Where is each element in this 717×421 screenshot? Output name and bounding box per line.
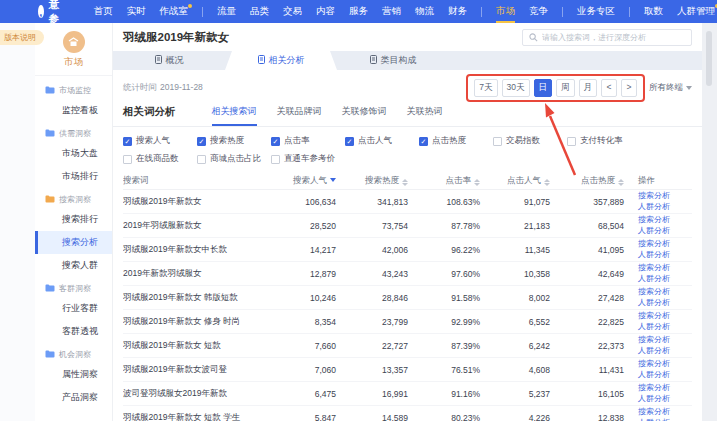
action-link[interactable]: 人群分析 xyxy=(638,394,682,404)
nav-item[interactable]: 作战室 xyxy=(160,0,189,23)
action-link[interactable]: 人群分析 xyxy=(638,274,682,284)
action-link[interactable]: 人群分析 xyxy=(638,202,682,212)
checkbox-checked[interactable]: ✓ xyxy=(345,137,354,146)
action-link[interactable]: 搜索分析 xyxy=(638,359,682,369)
keyword-type-tab[interactable]: 关联热词 xyxy=(407,105,443,126)
action-link[interactable]: 搜索分析 xyxy=(638,239,682,249)
checkbox-unchecked[interactable] xyxy=(123,155,132,164)
tab-item[interactable]: 概况 xyxy=(113,51,225,70)
checkbox-checked[interactable]: ✓ xyxy=(271,137,280,146)
sidebar: 市场 市场监控监控看板供需洞察市场大盘市场排行搜索洞察搜索排行搜索分析搜索人群客… xyxy=(35,23,113,421)
nav-item[interactable]: 市场 xyxy=(496,0,515,23)
nav-item[interactable]: 人群管理 xyxy=(677,0,715,23)
nav-item[interactable]: 竞争 xyxy=(529,0,548,23)
range-button[interactable]: > xyxy=(621,79,637,97)
metric-option[interactable]: 支付转化率 xyxy=(567,135,641,147)
action-link[interactable]: 人群分析 xyxy=(638,298,682,308)
sidebar-item[interactable]: 属性洞察 xyxy=(35,363,112,386)
scrollbar-thumb[interactable] xyxy=(706,31,712,86)
metric-option[interactable]: ✓搜索人气 xyxy=(123,135,197,147)
search-box[interactable] xyxy=(522,29,692,46)
range-button[interactable]: 日 xyxy=(534,79,553,97)
value-cell: 5,847 xyxy=(278,413,336,421)
checkbox-unchecked[interactable] xyxy=(271,155,280,164)
nav-item[interactable]: 营销 xyxy=(382,0,401,23)
sidebar-item[interactable]: 搜索分析 xyxy=(35,231,112,254)
right-gutter xyxy=(702,23,717,421)
sidebar-item[interactable]: 搜索人群 xyxy=(35,254,112,277)
metric-option[interactable]: 交易指数 xyxy=(493,135,567,147)
tab-item[interactable]: 类目构成 xyxy=(337,51,449,70)
checkbox-checked[interactable]: ✓ xyxy=(197,137,206,146)
range-button[interactable]: 周 xyxy=(556,79,575,97)
sidebar-item[interactable]: 客群透视 xyxy=(35,320,112,343)
action-link[interactable]: 搜索分析 xyxy=(638,287,682,297)
nav-item[interactable]: 实时 xyxy=(127,0,146,23)
checkbox-unchecked[interactable] xyxy=(493,137,502,146)
terminal-filter-dropdown[interactable]: 所有终端 xyxy=(649,82,692,94)
nav-item[interactable]: 物流 xyxy=(415,0,434,23)
nav-item[interactable]: 交易 xyxy=(283,0,302,23)
keyword-type-tab[interactable]: 关联修饰词 xyxy=(342,105,387,126)
sidebar-item[interactable]: 行业客群 xyxy=(35,297,112,320)
search-input[interactable] xyxy=(542,33,685,42)
table-header-cell[interactable]: 搜索人气 xyxy=(278,175,336,187)
action-link[interactable]: 搜索分析 xyxy=(638,215,682,225)
nav-item[interactable]: 内容 xyxy=(316,0,335,23)
keyword-type-tab[interactable]: 相关搜索词 xyxy=(212,105,257,126)
action-link[interactable]: 人群分析 xyxy=(638,250,682,260)
metric-option[interactable]: 在线商品数 xyxy=(123,153,197,165)
sidebar-item[interactable]: 搜索排行 xyxy=(35,208,112,231)
table-header-cell[interactable]: 搜索热度 xyxy=(336,175,408,187)
metric-option[interactable]: ✓搜索热度 xyxy=(197,135,271,147)
action-link[interactable]: 搜索分析 xyxy=(638,383,682,393)
value-cell: 27,428 xyxy=(550,293,624,303)
sidebar-item[interactable]: 产品洞察 xyxy=(35,386,112,409)
action-link[interactable]: 搜索分析 xyxy=(638,335,682,345)
brand[interactable]: , 生意参谋 xyxy=(38,0,67,40)
nav-item[interactable]: 流量 xyxy=(217,0,236,23)
action-link[interactable]: 人群分析 xyxy=(638,418,682,421)
keyword-cell: 羽绒服2019年新款女 韩版短款 xyxy=(123,292,278,304)
checkbox-unchecked[interactable] xyxy=(197,155,206,164)
metric-option[interactable]: ✓点击率 xyxy=(271,135,345,147)
search-icon xyxy=(529,33,538,42)
table-header-cell[interactable]: 点击热度 xyxy=(550,175,624,187)
keyword-type-tab[interactable]: 关联品牌词 xyxy=(277,105,322,126)
stat-time-value: 2019-11-28 xyxy=(160,82,203,92)
action-link[interactable]: 搜索分析 xyxy=(638,311,682,321)
action-link[interactable]: 人群分析 xyxy=(638,226,682,236)
table-header-cell[interactable]: 点击人气 xyxy=(480,175,550,187)
action-link[interactable]: 搜索分析 xyxy=(638,191,682,201)
checkbox-checked[interactable]: ✓ xyxy=(123,137,132,146)
nav-item[interactable]: 业务专区 xyxy=(577,0,615,23)
action-link[interactable]: 搜索分析 xyxy=(638,263,682,273)
action-link[interactable]: 人群分析 xyxy=(638,370,682,380)
table-header-cell[interactable]: 点击率 xyxy=(408,175,480,187)
range-button[interactable]: 7天 xyxy=(474,79,497,97)
metric-label: 点击率 xyxy=(284,135,310,147)
range-button[interactable]: < xyxy=(601,79,617,97)
action-link[interactable]: 搜索分析 xyxy=(638,407,682,417)
sidebar-item[interactable]: 监控看板 xyxy=(35,99,112,122)
checkbox-unchecked[interactable] xyxy=(567,137,576,146)
metric-option[interactable]: ✓点击人气 xyxy=(345,135,419,147)
nav-item[interactable]: 品类 xyxy=(250,0,269,23)
nav-item[interactable]: 首页 xyxy=(94,0,113,23)
metric-option[interactable]: 商城点击占比 xyxy=(197,153,271,165)
nav-item[interactable]: 取数 xyxy=(644,0,663,23)
checkbox-checked[interactable]: ✓ xyxy=(419,137,428,146)
value-cell: 8,354 xyxy=(278,317,336,327)
nav-item[interactable]: 服务 xyxy=(349,0,368,23)
keyword-cell: 羽绒服2019年新款女中长款 xyxy=(123,244,278,256)
metric-option[interactable]: 直通车参考价 xyxy=(271,153,345,165)
sidebar-item[interactable]: 市场排行 xyxy=(35,165,112,188)
range-button[interactable]: 30天 xyxy=(502,79,530,97)
tab-active[interactable]: 相关分析 xyxy=(225,51,337,70)
nav-item[interactable]: 财务 xyxy=(448,0,467,23)
action-link[interactable]: 人群分析 xyxy=(638,322,682,332)
action-link[interactable]: 人群分析 xyxy=(638,346,682,356)
metric-option[interactable]: ✓点击热度 xyxy=(419,135,493,147)
sidebar-item[interactable]: 市场大盘 xyxy=(35,142,112,165)
range-button[interactable]: 月 xyxy=(579,79,598,97)
